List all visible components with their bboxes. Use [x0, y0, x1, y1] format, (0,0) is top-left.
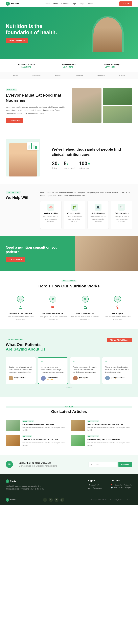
dot-1[interactable] [68, 387, 70, 388]
consult-headline: Need a nutrition consult on your patient… [6, 245, 69, 254]
article-title-1[interactable]: Why Incorporating Nutrients in Your Diet [88, 423, 132, 426]
stat-care: 100% customer care [79, 160, 90, 169]
hero-section: Nutrition is the foundation of health. G… [0, 7, 138, 59]
eat-body: Lorem ipsum dolor sit amet consectetur a… [6, 106, 66, 115]
svg-rect-3 [52, 306, 54, 307]
tab-family-nutrition[interactable]: Family Nutrition LEARN MORE → [48, 62, 90, 69]
social-youtube[interactable]: ▶ [60, 498, 64, 502]
step-number-1: 02 [50, 296, 56, 302]
article-title-3[interactable]: Easy Meal Prep Idea: Chicken Bowls [88, 438, 132, 441]
logo-icon: N [6, 2, 10, 6]
stats-text: We've helped thousands of people find cl… [52, 147, 132, 169]
social-instagram[interactable]: in [49, 498, 53, 502]
step-title-2: Meet our Nutritionist [70, 312, 100, 314]
footer-support-email[interactable]: nutrvo@email.com [88, 487, 102, 489]
author-avatar-3 [105, 376, 110, 380]
step-desc-0: Lorem ipsum dolor sit amet consectetur a… [6, 316, 35, 321]
eat-cta-button[interactable]: LEARN MORE [6, 118, 23, 123]
tab-individual-link[interactable]: LEARN MORE → [7, 66, 46, 68]
newsletter-icon: ✉ [6, 461, 13, 468]
brand-logo[interactable]: N Nutrivo [6, 2, 19, 6]
footer-copyright: Copyright © 2023 Nutrivo | Powered by Nu… [90, 499, 132, 501]
step-desc-2: Lorem ipsum dolor sit amet consectetur a… [70, 316, 100, 321]
newsletter-submit-button[interactable]: CONFIRM [118, 462, 132, 467]
service-icon-3: 🍽️ [118, 204, 125, 210]
consult-image [75, 236, 138, 271]
consult-cta-button[interactable]: CONTACT US → [6, 257, 25, 262]
hero-cta-button[interactable]: Get an Appointment [6, 38, 28, 43]
testimonials-cta-button[interactable]: VIEW ALL TESTIMONIALS → [107, 338, 132, 342]
service-desc-1: Lorem ipsum dolor sit amet consectetur a… [66, 216, 83, 222]
dot-0[interactable] [66, 387, 68, 388]
stat-patients-number: 5k [64, 160, 74, 166]
tab-online-title: Online Counseling [92, 64, 131, 66]
newsletter-email-input[interactable] [88, 462, 117, 467]
article-title-2[interactable]: The Rise of Nutrition in End of Life Car… [22, 438, 67, 441]
footer-office-hours: 🕒 Mon - Fri: 9:00 - 6:00pm [111, 487, 132, 488]
newsletter-headline: Subscribe For More Updates! [19, 462, 83, 464]
testimonial-2: " Fueling my muscles with the right nutr… [70, 357, 100, 384]
footer-main: N Nutrivo Nutritionist: Inspiring guides… [6, 480, 132, 490]
nav-page[interactable]: Page [72, 2, 76, 5]
tab-family-link[interactable]: LEARN MORE → [50, 66, 89, 68]
article-title-0[interactable]: Frozen Vegetables Make Life Easier [22, 423, 67, 426]
dot-2[interactable] [70, 387, 72, 388]
testimonial-1: " My skin has glowed with a natural radi… [38, 357, 68, 384]
footer-bottom-logo: N Nutrivo [6, 498, 17, 502]
nav-contact[interactable]: Contact [87, 2, 94, 5]
partners-bar: Financ Freemans Bismark umbrella salesbe… [0, 72, 138, 79]
service-card-1: 🌿 Wellness Nutrition Lorem ipsum dolor s… [64, 201, 85, 229]
author-stars-2: ★★★★☆ [79, 378, 88, 380]
section-newsletter: ✉ Subscribe For More Updates! Lorem ipsu… [0, 455, 138, 474]
testimonial-quote-1: My skin has glowed with a natural radian… [41, 366, 65, 374]
partner-2: Bismark [54, 74, 62, 76]
nav-home[interactable]: Home [44, 2, 50, 5]
footer-logo-text: Nutrivo [10, 480, 17, 482]
stats-row: 30k doctors 5k patients served 100% cust… [52, 160, 132, 169]
eat-image-bottom-right [103, 106, 132, 123]
nav-about[interactable]: About [53, 2, 58, 5]
testimonial-0: " Only they can help you to eat with a n… [6, 357, 36, 384]
footer-support-title: Support [88, 480, 102, 482]
nav-cta-button[interactable]: Let's Talk [119, 2, 132, 6]
partner-1: Freemans [32, 74, 41, 76]
footer-brand: N Nutrivo Nutritionist: Inspiring guides… [6, 480, 79, 490]
quote-mark-1: " [41, 360, 65, 365]
footer-support-phone[interactable]: +351 2357-516 [88, 484, 102, 486]
author-info-0: Daniel Mitchell ★★★★☆ [14, 376, 26, 380]
hero-headline: Nutrition is the foundation of health. [6, 23, 63, 36]
nav-blog[interactable]: Blog [80, 2, 84, 5]
author-info-2: Ava Sullivan ★★★★☆ [79, 376, 88, 380]
logo-text: Nutrivo [11, 2, 19, 5]
service-title-2: Online Nutrition [90, 212, 106, 214]
service-tabs-section: Individual Nutrition LEARN MORE → Family… [0, 59, 138, 72]
eat-text: ABOUT US Everyone Must Eat Food that Nou… [6, 88, 66, 123]
article-content-1: GET COVERED Why Incorporating Nutrients … [88, 420, 132, 431]
tab-individual-nutrition[interactable]: Individual Nutrition LEARN MORE → [6, 62, 48, 69]
social-twitter[interactable]: t [54, 498, 58, 502]
testimonial-author-0: Daniel Mitchell ★★★★☆ [8, 376, 33, 380]
testimonials-grid: " Only they can help you to eat with a n… [6, 357, 132, 384]
stat-doctors: 30k doctors [52, 160, 59, 169]
eat-headline: Everyone Must Eat Food that Nourishes [6, 93, 66, 103]
how-steps: 01 Schedule an appointment Lorem ipsum d… [6, 296, 132, 321]
service-title-1: Wellness Nutrition [66, 212, 83, 214]
nav-services[interactable]: Services [62, 2, 68, 5]
tab-online-link[interactable]: LEARN MORE → [92, 66, 131, 68]
article-desc-3: Lorem ipsum dolor sit amet consectetur a… [88, 442, 132, 446]
stat-care-label: customer care [79, 167, 90, 169]
how-step-2: 03 + Meet our Nutritionist Lorem ipsum d… [70, 296, 100, 321]
clock-icon: 🕒 [111, 487, 113, 488]
hero-person-placeholder [92, 16, 124, 52]
service-icon-1: 🌿 [71, 204, 78, 210]
testimonial-author-1: Daniel Mitchell ★★★★★ [41, 376, 65, 381]
footer-bottom: N Nutrivo f in t ▶ Copyright © 2023 Nutr… [6, 498, 132, 502]
author-stars-1: ★★★★★ [47, 378, 58, 380]
step-title-3: Get support [103, 312, 132, 314]
svg-text:+: + [86, 308, 86, 309]
newsletter-form: CONFIRM [88, 462, 132, 467]
service-desc-3: Lorem ipsum dolor sit amet consectetur a… [114, 216, 130, 222]
social-facebook[interactable]: f [43, 498, 47, 502]
tab-online-counseling[interactable]: Online Counseling LEARN MORE → [90, 62, 132, 69]
articles-grid: FOOD FRIDAY Frozen Vegetables Make Life … [6, 420, 132, 446]
